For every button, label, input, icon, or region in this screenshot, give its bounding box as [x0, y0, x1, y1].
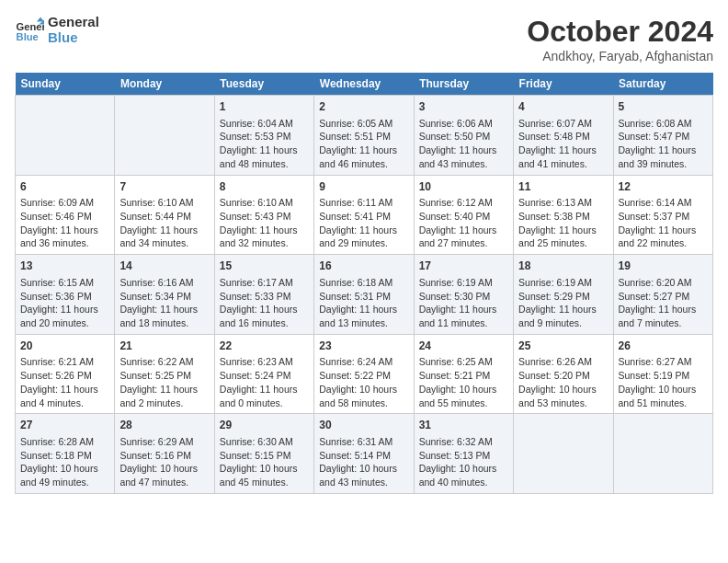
calendar-cell: 25Sunrise: 6:26 AM Sunset: 5:20 PM Dayli…	[514, 334, 613, 414]
day-number: 12	[619, 179, 708, 195]
day-info: Sunrise: 6:06 AM Sunset: 5:50 PM Dayligh…	[419, 117, 508, 171]
day-number: 7	[119, 179, 209, 195]
calendar-week-row: 27Sunrise: 6:28 AM Sunset: 5:18 PM Dayli…	[16, 414, 713, 494]
day-number: 8	[220, 179, 309, 195]
day-info: Sunrise: 6:14 AM Sunset: 5:37 PM Dayligh…	[619, 196, 708, 250]
day-info: Sunrise: 6:21 AM Sunset: 5:26 PM Dayligh…	[20, 355, 109, 409]
day-number: 1	[220, 99, 309, 115]
day-number: 21	[119, 339, 209, 354]
logo: General Blue General Blue	[15, 15, 99, 45]
logo-text-line1: General	[48, 15, 99, 30]
calendar-cell: 4Sunrise: 6:07 AM Sunset: 5:48 PM Daylig…	[514, 96, 613, 176]
calendar-cell: 20Sunrise: 6:21 AM Sunset: 5:26 PM Dayli…	[16, 334, 115, 414]
calendar-cell: 5Sunrise: 6:08 AM Sunset: 5:47 PM Daylig…	[613, 96, 712, 176]
weekday-header: Thursday	[414, 73, 513, 96]
calendar-title: October 2024	[527, 15, 713, 49]
svg-text:General: General	[17, 21, 44, 32]
day-info: Sunrise: 6:13 AM Sunset: 5:38 PM Dayligh…	[518, 196, 608, 250]
weekday-header: Monday	[115, 73, 214, 96]
day-number: 23	[319, 339, 408, 354]
day-info: Sunrise: 6:32 AM Sunset: 5:13 PM Dayligh…	[419, 435, 508, 489]
day-number: 5	[619, 99, 708, 115]
page-header: General Blue General Blue October 2024 A…	[15, 15, 713, 63]
day-info: Sunrise: 6:18 AM Sunset: 5:31 PM Dayligh…	[319, 276, 408, 330]
calendar-cell: 22Sunrise: 6:23 AM Sunset: 5:24 PM Dayli…	[214, 334, 313, 414]
day-info: Sunrise: 6:10 AM Sunset: 5:43 PM Dayligh…	[220, 196, 309, 250]
day-info: Sunrise: 6:27 AM Sunset: 5:19 PM Dayligh…	[619, 355, 708, 409]
calendar-cell: 6Sunrise: 6:09 AM Sunset: 5:46 PM Daylig…	[16, 175, 115, 255]
calendar-cell: 27Sunrise: 6:28 AM Sunset: 5:18 PM Dayli…	[16, 414, 115, 494]
calendar-cell	[514, 414, 613, 494]
calendar-cell: 30Sunrise: 6:31 AM Sunset: 5:14 PM Dayli…	[314, 414, 414, 494]
day-number: 3	[419, 99, 508, 115]
day-number: 16	[319, 259, 408, 274]
calendar-cell: 8Sunrise: 6:10 AM Sunset: 5:43 PM Daylig…	[214, 175, 313, 255]
calendar-subtitle: Andkhoy, Faryab, Afghanistan	[527, 49, 713, 63]
calendar-cell: 17Sunrise: 6:19 AM Sunset: 5:30 PM Dayli…	[414, 255, 513, 335]
calendar-cell: 11Sunrise: 6:13 AM Sunset: 5:38 PM Dayli…	[514, 175, 613, 255]
svg-text:Blue: Blue	[17, 31, 39, 42]
day-number: 29	[220, 418, 309, 433]
day-info: Sunrise: 6:17 AM Sunset: 5:33 PM Dayligh…	[220, 276, 309, 330]
calendar-cell: 10Sunrise: 6:12 AM Sunset: 5:40 PM Dayli…	[414, 175, 513, 255]
weekday-header: Sunday	[16, 73, 115, 96]
calendar-cell: 18Sunrise: 6:19 AM Sunset: 5:29 PM Dayli…	[514, 255, 613, 335]
header-row: SundayMondayTuesdayWednesdayThursdayFrid…	[16, 73, 713, 96]
day-number: 11	[518, 179, 608, 195]
calendar-cell: 3Sunrise: 6:06 AM Sunset: 5:50 PM Daylig…	[414, 96, 513, 176]
day-info: Sunrise: 6:15 AM Sunset: 5:36 PM Dayligh…	[20, 276, 109, 330]
day-info: Sunrise: 6:19 AM Sunset: 5:29 PM Dayligh…	[518, 276, 608, 330]
calendar-cell: 13Sunrise: 6:15 AM Sunset: 5:36 PM Dayli…	[16, 255, 115, 335]
day-number: 4	[518, 99, 608, 115]
day-number: 2	[319, 99, 408, 115]
day-number: 27	[20, 418, 109, 433]
calendar-cell: 15Sunrise: 6:17 AM Sunset: 5:33 PM Dayli…	[214, 255, 313, 335]
calendar-cell: 19Sunrise: 6:20 AM Sunset: 5:27 PM Dayli…	[613, 255, 712, 335]
day-info: Sunrise: 6:24 AM Sunset: 5:22 PM Dayligh…	[319, 355, 408, 409]
calendar-cell: 14Sunrise: 6:16 AM Sunset: 5:34 PM Dayli…	[115, 255, 214, 335]
svg-marker-2	[37, 17, 44, 21]
title-block: October 2024 Andkhoy, Faryab, Afghanista…	[527, 15, 713, 63]
day-info: Sunrise: 6:22 AM Sunset: 5:25 PM Dayligh…	[119, 355, 209, 409]
logo-icon: General Blue	[15, 16, 44, 45]
day-number: 13	[20, 259, 109, 274]
calendar-cell	[16, 96, 115, 176]
calendar-cell: 12Sunrise: 6:14 AM Sunset: 5:37 PM Dayli…	[613, 175, 712, 255]
day-info: Sunrise: 6:07 AM Sunset: 5:48 PM Dayligh…	[518, 117, 608, 171]
weekday-header: Tuesday	[214, 73, 313, 96]
calendar-cell: 2Sunrise: 6:05 AM Sunset: 5:51 PM Daylig…	[314, 96, 414, 176]
day-info: Sunrise: 6:08 AM Sunset: 5:47 PM Dayligh…	[619, 117, 708, 171]
day-info: Sunrise: 6:05 AM Sunset: 5:51 PM Dayligh…	[319, 117, 408, 171]
calendar-cell: 1Sunrise: 6:04 AM Sunset: 5:53 PM Daylig…	[214, 96, 313, 176]
day-info: Sunrise: 6:31 AM Sunset: 5:14 PM Dayligh…	[319, 435, 408, 489]
weekday-header: Friday	[514, 73, 613, 96]
day-info: Sunrise: 6:20 AM Sunset: 5:27 PM Dayligh…	[619, 276, 708, 330]
day-info: Sunrise: 6:23 AM Sunset: 5:24 PM Dayligh…	[220, 355, 309, 409]
calendar-cell: 26Sunrise: 6:27 AM Sunset: 5:19 PM Dayli…	[613, 334, 712, 414]
day-info: Sunrise: 6:10 AM Sunset: 5:44 PM Dayligh…	[119, 196, 209, 250]
calendar-cell: 31Sunrise: 6:32 AM Sunset: 5:13 PM Dayli…	[414, 414, 513, 494]
day-info: Sunrise: 6:09 AM Sunset: 5:46 PM Dayligh…	[20, 196, 109, 250]
day-info: Sunrise: 6:12 AM Sunset: 5:40 PM Dayligh…	[419, 196, 508, 250]
day-info: Sunrise: 6:04 AM Sunset: 5:53 PM Dayligh…	[220, 117, 309, 171]
day-info: Sunrise: 6:28 AM Sunset: 5:18 PM Dayligh…	[20, 435, 109, 489]
calendar-cell: 23Sunrise: 6:24 AM Sunset: 5:22 PM Dayli…	[314, 334, 414, 414]
calendar-week-row: 13Sunrise: 6:15 AM Sunset: 5:36 PM Dayli…	[16, 255, 713, 335]
day-number: 15	[220, 259, 309, 274]
day-info: Sunrise: 6:26 AM Sunset: 5:20 PM Dayligh…	[518, 355, 608, 409]
calendar-cell: 16Sunrise: 6:18 AM Sunset: 5:31 PM Dayli…	[314, 255, 414, 335]
day-info: Sunrise: 6:16 AM Sunset: 5:34 PM Dayligh…	[119, 276, 209, 330]
day-number: 6	[20, 179, 109, 195]
calendar-cell: 24Sunrise: 6:25 AM Sunset: 5:21 PM Dayli…	[414, 334, 513, 414]
day-number: 20	[20, 339, 109, 354]
day-number: 19	[619, 259, 708, 274]
calendar-week-row: 6Sunrise: 6:09 AM Sunset: 5:46 PM Daylig…	[16, 175, 713, 255]
calendar-cell	[613, 414, 712, 494]
day-number: 31	[419, 418, 508, 433]
calendar-cell: 21Sunrise: 6:22 AM Sunset: 5:25 PM Dayli…	[115, 334, 214, 414]
day-number: 9	[319, 179, 408, 195]
calendar-cell: 29Sunrise: 6:30 AM Sunset: 5:15 PM Dayli…	[214, 414, 313, 494]
day-number: 24	[419, 339, 508, 354]
day-number: 14	[119, 259, 209, 274]
day-number: 25	[518, 339, 608, 354]
